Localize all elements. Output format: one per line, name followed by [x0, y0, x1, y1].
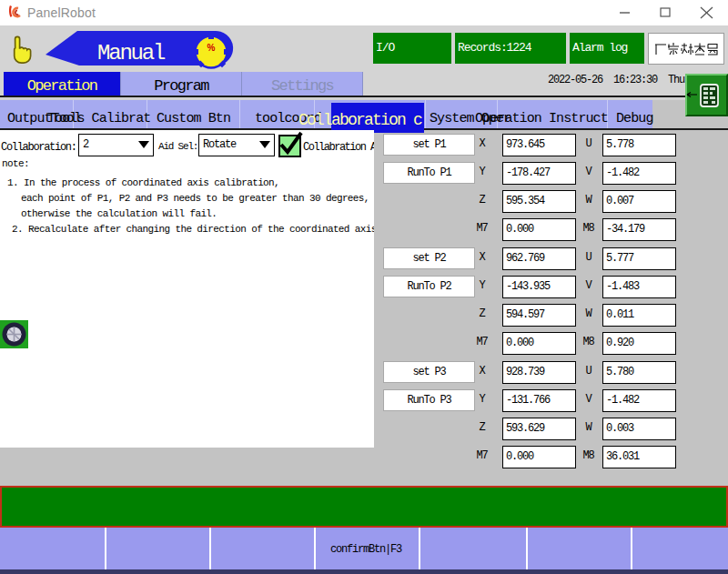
svg-text:%: % — [207, 43, 216, 53]
